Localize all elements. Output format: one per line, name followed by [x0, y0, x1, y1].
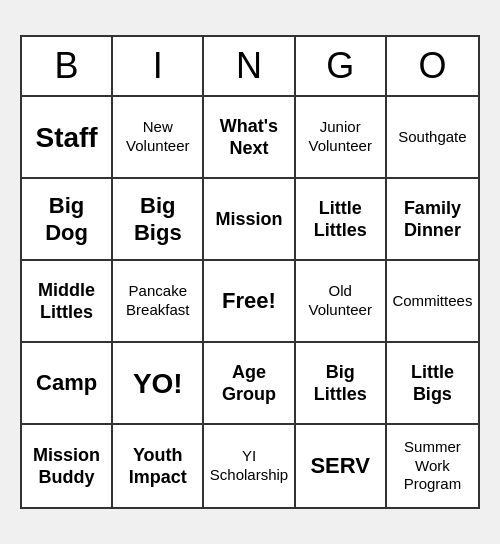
- cell-text-18: BigLittles: [314, 361, 367, 406]
- cell-text-19: LittleBigs: [411, 361, 454, 406]
- bingo-cell-24: SummerWorkProgram: [387, 425, 478, 507]
- bingo-letter-o: O: [387, 37, 478, 95]
- bingo-cell-13: OldVolunteer: [296, 261, 387, 343]
- bingo-cell-5: BigDog: [22, 179, 113, 261]
- bingo-cell-1: NewVolunteer: [113, 97, 204, 179]
- bingo-cell-15: Camp: [22, 343, 113, 425]
- bingo-letter-n: N: [204, 37, 295, 95]
- bingo-cell-3: JuniorVolunteer: [296, 97, 387, 179]
- bingo-letter-i: I: [113, 37, 204, 95]
- cell-text-2: What'sNext: [220, 115, 278, 160]
- cell-text-7: Mission: [215, 208, 282, 231]
- bingo-cell-8: LittleLittles: [296, 179, 387, 261]
- cell-text-21: YouthImpact: [129, 444, 187, 489]
- bingo-cell-7: Mission: [204, 179, 295, 261]
- cell-text-12: Free!: [222, 287, 276, 315]
- cell-text-0: Staff: [35, 120, 97, 155]
- cell-text-16: YO!: [133, 366, 183, 401]
- bingo-cell-21: YouthImpact: [113, 425, 204, 507]
- bingo-cell-14: Committees: [387, 261, 478, 343]
- bingo-cell-17: AgeGroup: [204, 343, 295, 425]
- cell-text-13: OldVolunteer: [309, 282, 372, 320]
- bingo-cell-9: FamilyDinner: [387, 179, 478, 261]
- bingo-cell-11: PancakeBreakfast: [113, 261, 204, 343]
- bingo-cell-18: BigLittles: [296, 343, 387, 425]
- bingo-grid: StaffNewVolunteerWhat'sNextJuniorVolunte…: [22, 97, 478, 507]
- cell-text-6: BigBigs: [134, 192, 182, 247]
- bingo-cell-20: MissionBuddy: [22, 425, 113, 507]
- cell-text-1: NewVolunteer: [126, 118, 189, 156]
- cell-text-8: LittleLittles: [314, 197, 367, 242]
- bingo-cell-4: Southgate: [387, 97, 478, 179]
- cell-text-23: SERV: [310, 452, 370, 480]
- bingo-cell-16: YO!: [113, 343, 204, 425]
- cell-text-10: MiddleLittles: [38, 279, 95, 324]
- bingo-cell-12: Free!: [204, 261, 295, 343]
- cell-text-14: Committees: [392, 292, 472, 311]
- bingo-cell-19: LittleBigs: [387, 343, 478, 425]
- bingo-header: BINGO: [22, 37, 478, 97]
- bingo-cell-10: MiddleLittles: [22, 261, 113, 343]
- cell-text-22: YIScholarship: [210, 447, 288, 485]
- bingo-cell-23: SERV: [296, 425, 387, 507]
- cell-text-3: JuniorVolunteer: [309, 118, 372, 156]
- bingo-card: BINGO StaffNewVolunteerWhat'sNextJuniorV…: [20, 35, 480, 509]
- cell-text-9: FamilyDinner: [404, 197, 461, 242]
- bingo-cell-0: Staff: [22, 97, 113, 179]
- cell-text-17: AgeGroup: [222, 361, 276, 406]
- bingo-cell-2: What'sNext: [204, 97, 295, 179]
- cell-text-4: Southgate: [398, 128, 466, 147]
- bingo-cell-6: BigBigs: [113, 179, 204, 261]
- cell-text-20: MissionBuddy: [33, 444, 100, 489]
- cell-text-24: SummerWorkProgram: [404, 438, 462, 494]
- bingo-cell-22: YIScholarship: [204, 425, 295, 507]
- bingo-letter-b: B: [22, 37, 113, 95]
- cell-text-5: BigDog: [45, 192, 88, 247]
- cell-text-11: PancakeBreakfast: [126, 282, 189, 320]
- cell-text-15: Camp: [36, 369, 97, 397]
- bingo-letter-g: G: [296, 37, 387, 95]
